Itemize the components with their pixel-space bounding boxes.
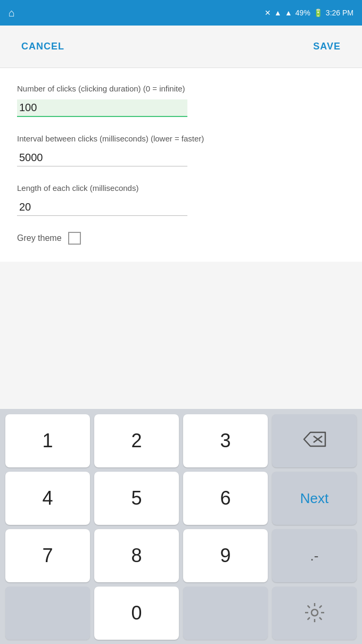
keyboard-row-3: 7 8 9 .-	[5, 529, 357, 582]
interval-field-wrapper: Interval between clicks (milliseconds) (…	[17, 133, 345, 166]
grey-theme-row: Grey theme	[17, 232, 345, 245]
keyboard-row-4: 0	[5, 587, 357, 640]
save-button[interactable]: SAVE	[313, 41, 341, 52]
interval-label: Interval between clicks (milliseconds) (…	[17, 133, 345, 144]
key-6[interactable]: 6	[183, 472, 268, 525]
key-empty-right	[183, 587, 268, 640]
interval-input[interactable]	[17, 149, 187, 166]
svg-line-10	[319, 605, 322, 607]
wifi-icon: ▲	[274, 9, 282, 17]
length-field-wrapper: Length of each click (milliseconds)	[17, 182, 345, 216]
home-icon: ⌂	[9, 7, 15, 19]
key-5[interactable]: 5	[94, 472, 179, 525]
form-area: Number of clicks (clicking duration) (0 …	[0, 68, 362, 262]
key-9[interactable]: 9	[183, 529, 268, 582]
length-label: Length of each click (milliseconds)	[17, 182, 345, 194]
svg-line-11	[307, 617, 309, 620]
keyboard: 1 2 3 4 5 6 Next 7 8 9 .- 0	[0, 409, 362, 644]
svg-point-3	[311, 609, 318, 616]
battery-text: 49%	[295, 9, 310, 17]
key-0[interactable]: 0	[94, 587, 179, 640]
key-4[interactable]: 4	[5, 472, 90, 525]
action-bar: CANCEL SAVE	[0, 26, 362, 68]
backspace-icon	[303, 431, 326, 451]
grey-theme-label: Grey theme	[17, 233, 62, 243]
next-button[interactable]: Next	[272, 472, 357, 525]
key-3[interactable]: 3	[183, 414, 268, 467]
status-bar-left: ⌂	[9, 7, 15, 19]
no-sim-icon: ✕	[265, 9, 271, 17]
svg-marker-0	[304, 432, 325, 446]
keyboard-row-2: 4 5 6 Next	[5, 472, 357, 525]
clicks-field-wrapper: Number of clicks (clicking duration) (0 …	[17, 83, 345, 117]
dot-dash-icon: .-	[310, 548, 319, 564]
svg-line-8	[307, 605, 309, 607]
clicks-input[interactable]	[17, 99, 187, 117]
signal-icon: ▲	[285, 9, 292, 17]
cancel-button[interactable]: CANCEL	[21, 41, 64, 52]
gear-icon	[303, 601, 326, 626]
battery-icon: 🔋	[314, 9, 323, 17]
key-7[interactable]: 7	[5, 529, 90, 582]
dot-dash-button[interactable]: .-	[272, 529, 357, 582]
svg-line-9	[319, 617, 322, 620]
settings-button[interactable]	[272, 587, 357, 640]
length-input[interactable]	[17, 199, 187, 216]
key-8[interactable]: 8	[94, 529, 179, 582]
key-empty-left	[5, 587, 90, 640]
time: 3:26 PM	[326, 9, 353, 17]
status-bar: ⌂ ✕ ▲ ▲ 49% 🔋 3:26 PM	[0, 0, 362, 26]
backspace-button[interactable]	[272, 414, 357, 467]
status-bar-right: ✕ ▲ ▲ 49% 🔋 3:26 PM	[265, 9, 353, 17]
keyboard-row-1: 1 2 3	[5, 414, 357, 467]
grey-theme-checkbox[interactable]	[68, 232, 81, 245]
key-1[interactable]: 1	[5, 414, 90, 467]
key-2[interactable]: 2	[94, 414, 179, 467]
clicks-label: Number of clicks (clicking duration) (0 …	[17, 83, 345, 94]
